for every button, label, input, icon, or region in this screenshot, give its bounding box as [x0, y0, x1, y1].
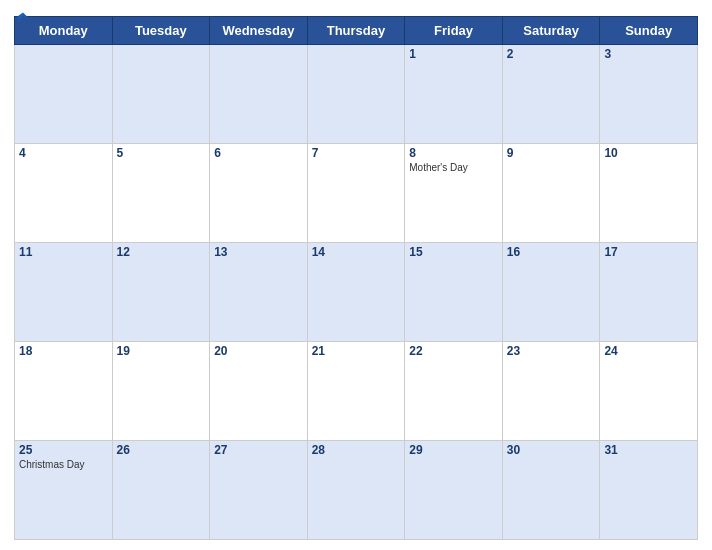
calendar-cell: 18: [15, 342, 113, 441]
day-number: 5: [117, 146, 206, 160]
day-event-label: Christmas Day: [19, 459, 108, 470]
calendar-cell: 6: [210, 144, 308, 243]
day-number: 1: [409, 47, 498, 61]
week-row-5: 25Christmas Day262728293031: [15, 441, 698, 540]
week-row-2: 45678Mother's Day910: [15, 144, 698, 243]
week-row-4: 18192021222324: [15, 342, 698, 441]
calendar-cell: 7: [307, 144, 405, 243]
day-number: 15: [409, 245, 498, 259]
days-header-row: MondayTuesdayWednesdayThursdayFridaySatu…: [15, 17, 698, 45]
logo-blue-text: [14, 10, 30, 25]
calendar-cell: 1: [405, 45, 503, 144]
calendar-cell: 22: [405, 342, 503, 441]
calendar-cell: 20: [210, 342, 308, 441]
day-header-friday: Friday: [405, 17, 503, 45]
calendar-cell: 5: [112, 144, 210, 243]
day-number: 27: [214, 443, 303, 457]
calendar-cell: 2: [502, 45, 600, 144]
day-header-wednesday: Wednesday: [210, 17, 308, 45]
svg-marker-0: [17, 13, 28, 23]
day-number: 9: [507, 146, 596, 160]
logo: [14, 10, 30, 25]
day-header-saturday: Saturday: [502, 17, 600, 45]
day-number: 22: [409, 344, 498, 358]
calendar-cell: 19: [112, 342, 210, 441]
calendar-cell: 29: [405, 441, 503, 540]
calendar-cell: 13: [210, 243, 308, 342]
day-header-thursday: Thursday: [307, 17, 405, 45]
day-number: 12: [117, 245, 206, 259]
logo-bird-icon: [16, 11, 30, 25]
calendar-cell: 24: [600, 342, 698, 441]
day-number: 14: [312, 245, 401, 259]
day-number: 3: [604, 47, 693, 61]
day-number: 20: [214, 344, 303, 358]
day-number: 18: [19, 344, 108, 358]
day-number: 17: [604, 245, 693, 259]
day-number: 6: [214, 146, 303, 160]
day-number: 10: [604, 146, 693, 160]
day-number: 24: [604, 344, 693, 358]
day-number: 29: [409, 443, 498, 457]
day-number: 7: [312, 146, 401, 160]
calendar-table: MondayTuesdayWednesdayThursdayFridaySatu…: [14, 16, 698, 540]
day-number: 16: [507, 245, 596, 259]
calendar-cell: 23: [502, 342, 600, 441]
calendar-cell: 4: [15, 144, 113, 243]
calendar-cell: 15: [405, 243, 503, 342]
day-number: 2: [507, 47, 596, 61]
calendar-cell: 8Mother's Day: [405, 144, 503, 243]
day-number: 13: [214, 245, 303, 259]
calendar-cell: 16: [502, 243, 600, 342]
calendar-cell: 10: [600, 144, 698, 243]
day-event-label: Mother's Day: [409, 162, 498, 173]
calendar-cell: 30: [502, 441, 600, 540]
calendar-cell: [112, 45, 210, 144]
week-row-1: 123: [15, 45, 698, 144]
day-header-sunday: Sunday: [600, 17, 698, 45]
day-number: 11: [19, 245, 108, 259]
calendar-cell: [307, 45, 405, 144]
calendar-cell: 21: [307, 342, 405, 441]
calendar-cell: 14: [307, 243, 405, 342]
day-number: 8: [409, 146, 498, 160]
calendar-cell: 25Christmas Day: [15, 441, 113, 540]
calendar-cell: 26: [112, 441, 210, 540]
day-header-tuesday: Tuesday: [112, 17, 210, 45]
day-number: 30: [507, 443, 596, 457]
calendar-cell: 31: [600, 441, 698, 540]
calendar-cell: 9: [502, 144, 600, 243]
day-number: 25: [19, 443, 108, 457]
day-number: 28: [312, 443, 401, 457]
calendar-cell: 3: [600, 45, 698, 144]
day-number: 26: [117, 443, 206, 457]
calendar-cell: 11: [15, 243, 113, 342]
day-number: 19: [117, 344, 206, 358]
day-number: 31: [604, 443, 693, 457]
week-row-3: 11121314151617: [15, 243, 698, 342]
calendar-cell: 12: [112, 243, 210, 342]
calendar-cell: [15, 45, 113, 144]
day-number: 21: [312, 344, 401, 358]
calendar-cell: [210, 45, 308, 144]
day-number: 4: [19, 146, 108, 160]
day-number: 23: [507, 344, 596, 358]
calendar-cell: 17: [600, 243, 698, 342]
calendar-cell: 28: [307, 441, 405, 540]
calendar-cell: 27: [210, 441, 308, 540]
